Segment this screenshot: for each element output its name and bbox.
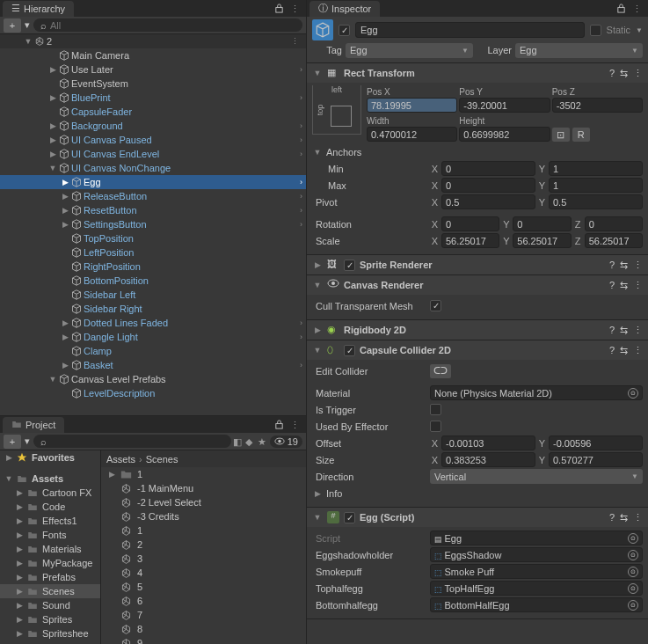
asset-row[interactable]: 1	[101, 523, 306, 538]
capsule-enabled[interactable]	[344, 345, 355, 356]
posy-field[interactable]: -39.20001	[459, 98, 550, 113]
width-field[interactable]: 0.4700012	[367, 127, 457, 142]
sprite-enabled[interactable]	[344, 260, 355, 271]
anchor-min-x[interactable]: 0	[441, 161, 535, 176]
hierarchy-item[interactable]: ▶ ReleaseButton ›	[0, 189, 306, 203]
anchor-max-y[interactable]: 1	[549, 178, 643, 193]
asset-row[interactable]: 4	[101, 566, 306, 580]
hierarchy-item[interactable]: ▶ BluePrint ›	[0, 91, 306, 105]
blueprint-button[interactable]: ⊡	[552, 128, 570, 142]
folder-row[interactable]: ▶Prefabs	[0, 570, 100, 584]
gameobject-name-field[interactable]: Egg	[355, 22, 585, 38]
height-field[interactable]: 0.6699982	[459, 127, 550, 142]
add-dropdown[interactable]: ▾	[23, 435, 32, 449]
offset-y[interactable]: -0.00596	[549, 435, 643, 450]
hierarchy-item[interactable]: ▶ Dangle Light ›	[0, 330, 306, 344]
material-field[interactable]: None (Physics Material 2D)⊙	[430, 385, 643, 400]
hierarchy-item[interactable]: EventSystem	[0, 77, 306, 91]
hierarchy-item[interactable]: ▼ Canvas Level Prefabs	[0, 372, 306, 386]
breadcrumb-item[interactable]: Assets	[106, 454, 135, 465]
hierarchy-item[interactable]: LeftPosition	[0, 245, 306, 260]
anchor-min-y[interactable]: 1	[549, 161, 643, 176]
rot-z[interactable]: 0	[585, 216, 643, 231]
add-dropdown[interactable]: ▾	[23, 18, 32, 33]
hierarchy-item[interactable]: ▶ SettingsButton ›	[0, 217, 306, 231]
favorite-icon[interactable]: ★	[258, 436, 268, 447]
hierarchy-item[interactable]: CapsuleFader	[0, 105, 306, 119]
folder-row[interactable]: ▶Sprites	[0, 612, 100, 626]
favorites-row[interactable]: ▶Favorites	[0, 450, 100, 465]
asset-row[interactable]: ▶1	[101, 467, 306, 481]
posx-field[interactable]: 78.19995	[367, 98, 457, 113]
folder-row[interactable]: ▶Sound	[0, 598, 100, 612]
folder-row[interactable]: ▶Cartoon FX	[0, 486, 100, 500]
add-button[interactable]: +	[4, 435, 21, 449]
search-input[interactable]	[50, 20, 295, 31]
object-picker-icon[interactable]: ⊙	[628, 583, 638, 594]
asset-row[interactable]: -3 Credits	[101, 509, 306, 523]
active-checkbox[interactable]	[339, 25, 350, 36]
size-y[interactable]: 0.570277	[549, 452, 643, 467]
folder-row[interactable]: ▶Fonts	[0, 528, 100, 542]
hierarchy-item[interactable]: ▶ Use Later ›	[0, 62, 306, 77]
hierarchy-item[interactable]: BottomPosition	[0, 274, 306, 288]
direction-dropdown[interactable]: Vertical▼	[430, 469, 643, 484]
filter-type-icon[interactable]: ◧	[233, 436, 244, 447]
object-picker-icon[interactable]: ⊙	[628, 600, 638, 611]
hierarchy-item[interactable]: RightPosition	[0, 260, 306, 274]
scene-row[interactable]: ▼2⋮	[0, 34, 306, 48]
object-picker-icon[interactable]: ⊙	[628, 567, 638, 577]
size-x[interactable]: 0.383253	[441, 452, 535, 467]
sprite-renderer-header[interactable]: ▶🖼 Sprite Renderer ?⇆⋮	[307, 255, 648, 274]
rect-transform-header[interactable]: ▼ ▦ Rect Transform ?⇆⋮	[307, 63, 648, 83]
asset-row[interactable]: 9	[101, 636, 306, 644]
hierarchy-item[interactable]: ▶ ResetButton ›	[0, 203, 306, 217]
rot-y[interactable]: 0	[513, 216, 571, 231]
hierarchy-item[interactable]: Sidebar Left	[0, 288, 306, 302]
hierarchy-item[interactable]: ▼ UI Canvas NonChange	[0, 161, 306, 175]
search-input[interactable]	[50, 436, 224, 447]
hierarchy-search[interactable]: ⌕	[33, 18, 302, 32]
hierarchy-item[interactable]: ▶ Dotted Lines Faded ›	[0, 316, 306, 330]
static-checkbox[interactable]	[590, 25, 601, 36]
edit-collider-button[interactable]: ᑕᑐ	[430, 364, 451, 378]
hierarchy-item[interactable]: ▶ UI Canvas Paused ›	[0, 133, 306, 147]
folder-row[interactable]: ▶Scenes	[0, 584, 100, 598]
script-enabled[interactable]	[344, 512, 355, 523]
hierarchy-item[interactable]: ▶ UI Canvas EndLevel ›	[0, 147, 306, 161]
pivot-x[interactable]: 0.5	[441, 194, 535, 209]
inspector-tab[interactable]: ⓘ Inspector	[309, 1, 380, 17]
menu-icon[interactable]: ⋮	[632, 4, 643, 14]
menu-icon[interactable]: ⋮	[633, 68, 643, 79]
canvas-renderer-header[interactable]: ▼ Canvas Renderer ?⇆⋮	[307, 275, 648, 295]
hierarchy-item[interactable]: ▶ Basket ›	[0, 358, 306, 372]
lock-icon[interactable]	[274, 420, 285, 430]
object-field[interactable]: ⬚ BottomHalfEgg⊙	[430, 597, 643, 612]
menu-icon[interactable]: ⋮	[290, 4, 301, 14]
assets-row[interactable]: ▼Assets	[0, 472, 100, 486]
object-field[interactable]: ⬚ Smoke Puff⊙	[430, 564, 643, 579]
hierarchy-item[interactable]: Main Camera	[0, 48, 306, 62]
object-picker-icon[interactable]: ⊙	[628, 550, 638, 560]
pivot-y[interactable]: 0.5	[549, 194, 643, 209]
menu-icon[interactable]: ⋮	[290, 420, 301, 430]
anchor-preset[interactable]: left top	[312, 85, 361, 135]
lock-icon[interactable]	[616, 4, 627, 14]
asset-row[interactable]: -2 Level Select	[101, 495, 306, 509]
anchor-max-x[interactable]: 0	[441, 178, 535, 193]
breadcrumb-item[interactable]: Scenes	[146, 454, 178, 465]
object-field[interactable]: ⬚ EggsShadow⊙	[430, 547, 643, 562]
folder-row[interactable]: ▶Code	[0, 500, 100, 514]
asset-row[interactable]: 8	[101, 622, 306, 636]
tag-dropdown[interactable]: Egg▼	[346, 43, 473, 58]
folder-row[interactable]: ▶MyPackage	[0, 556, 100, 570]
info-foldout[interactable]: Info	[326, 488, 342, 499]
posz-field[interactable]: -3502	[552, 98, 643, 113]
asset-row[interactable]: 3	[101, 552, 306, 566]
cull-checkbox[interactable]	[430, 300, 441, 311]
folder-row[interactable]: ▶Effects1	[0, 514, 100, 528]
folder-row[interactable]: ▶Spriteshee	[0, 626, 100, 640]
anchors-label[interactable]: Anchors	[326, 147, 361, 157]
asset-row[interactable]: 6	[101, 594, 306, 608]
asset-row[interactable]: -1 MainMenu	[101, 481, 306, 495]
